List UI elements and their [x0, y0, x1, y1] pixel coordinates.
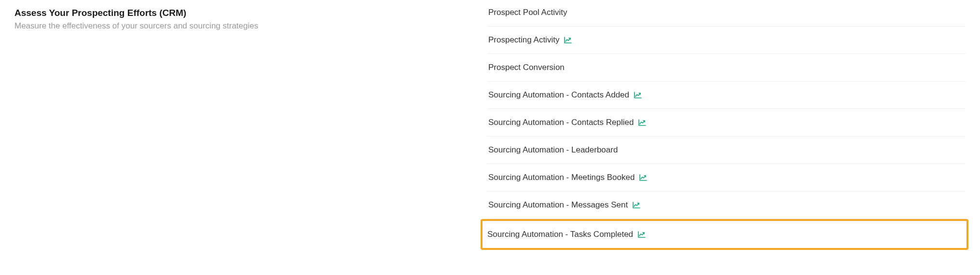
chart-icon: [639, 174, 647, 181]
report-label: Sourcing Automation - Meetings Booked: [488, 173, 635, 182]
report-label: Prospect Pool Activity: [488, 8, 567, 17]
section-title: Assess Your Prospecting Efforts (CRM): [14, 8, 478, 18]
report-list-panel: Prospect Pool ActivityProspecting Activi…: [487, 5, 966, 250]
report-label: Sourcing Automation - Contacts Added: [488, 90, 629, 100]
report-item[interactable]: Sourcing Automation - Messages Sent: [487, 192, 966, 219]
report-item[interactable]: Sourcing Automation - Contacts Added: [487, 82, 966, 109]
report-label: Sourcing Automation - Tasks Completed: [487, 230, 633, 239]
chart-icon: [634, 92, 642, 98]
chart-icon: [638, 119, 646, 126]
report-item[interactable]: Prospecting Activity: [487, 27, 966, 54]
section-subtitle: Measure the effectiveness of your source…: [14, 21, 478, 31]
report-list: Prospect Pool ActivityProspecting Activi…: [487, 5, 966, 250]
report-item[interactable]: Prospect Pool Activity: [487, 5, 966, 27]
chart-icon: [638, 231, 646, 238]
chart-icon: [633, 202, 640, 208]
report-label: Sourcing Automation - Leaderboard: [488, 145, 618, 155]
report-label: Sourcing Automation - Messages Sent: [488, 200, 628, 210]
report-item[interactable]: Sourcing Automation - Leaderboard: [487, 137, 966, 164]
report-label: Sourcing Automation - Contacts Replied: [488, 118, 634, 127]
report-label: Prospect Conversion: [488, 63, 565, 72]
report-item[interactable]: Sourcing Automation - Tasks Completed: [481, 219, 968, 250]
report-label: Prospecting Activity: [488, 35, 559, 45]
report-item[interactable]: Sourcing Automation - Meetings Booked: [487, 164, 966, 192]
section-header: Assess Your Prospecting Efforts (CRM) Me…: [14, 5, 478, 250]
report-item[interactable]: Sourcing Automation - Contacts Replied: [487, 109, 966, 137]
chart-icon: [564, 37, 572, 43]
report-item[interactable]: Prospect Conversion: [487, 54, 966, 82]
